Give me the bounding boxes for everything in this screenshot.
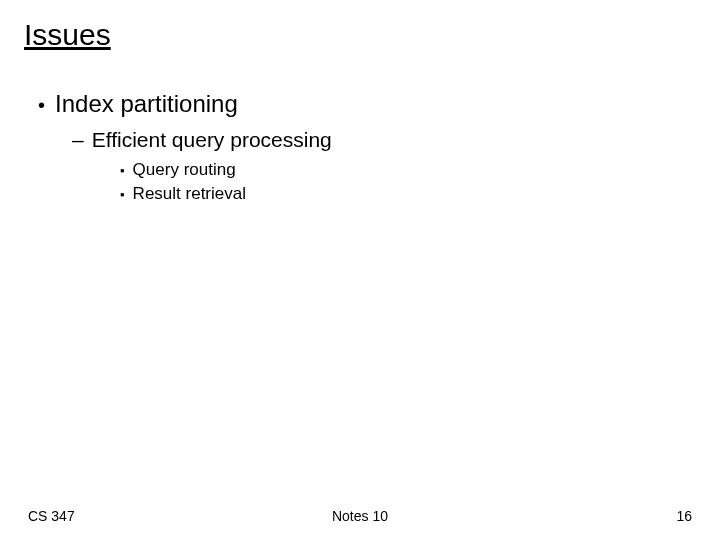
slide-title: Issues [24,18,696,52]
slide-container: Issues • Index partitioning – Efficient … [0,0,720,540]
bullet-text: Result retrieval [133,184,246,204]
bullet-marker-square: ▪ [120,163,125,178]
bullet-level-2: – Efficient query processing [72,128,696,152]
bullet-text: Query routing [133,160,236,180]
bullet-marker-disc: • [38,93,45,117]
bullet-level-3: ▪ Query routing [120,160,696,180]
footer-center: Notes 10 [332,508,388,524]
slide-footer: CS 347 Notes 10 16 [0,508,720,524]
footer-left: CS 347 [28,508,75,524]
bullet-level-1: • Index partitioning [38,90,696,118]
bullet-marker-square: ▪ [120,187,125,202]
bullet-level-3: ▪ Result retrieval [120,184,696,204]
bullet-marker-dash: – [72,128,84,152]
footer-right: 16 [676,508,692,524]
bullet-text: Index partitioning [55,90,238,118]
bullet-text: Efficient query processing [92,128,332,152]
